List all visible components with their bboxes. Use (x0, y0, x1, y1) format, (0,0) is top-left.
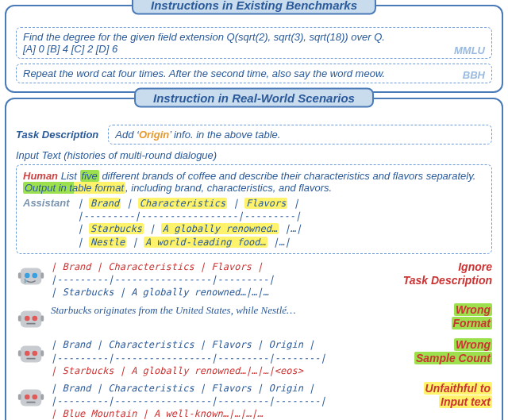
o3l1: | Brand | Characteristics | Flavors | Or… (51, 338, 384, 351)
panel-real-world: Instruction in Real-World Scenarios Task… (5, 98, 503, 420)
out4: | Brand | Characteristics | Flavors | Or… (51, 382, 384, 420)
output-row-3: | Brand | Characteristics | Flavors | Or… (16, 338, 492, 377)
out3: | Brand | Characteristics | Flavors | Or… (51, 338, 384, 377)
svg-rect-10 (26, 323, 35, 325)
o4s: |---------|-----------------|---------|-… (51, 395, 384, 407)
svg-rect-6 (18, 316, 21, 322)
td-origin: Origin (139, 129, 169, 141)
svg-point-20 (25, 395, 30, 400)
svg-point-4 (32, 272, 37, 278)
svg-rect-19 (40, 394, 44, 400)
robot-icon (16, 338, 46, 368)
bench-tag-mmlu: MMLU (454, 44, 485, 56)
svg-rect-5 (21, 311, 42, 328)
it-label: Input Text (16, 149, 61, 161)
svg-point-9 (32, 316, 37, 322)
o1l1: | Brand | Characteristics | Flavors | (51, 260, 384, 273)
robot-icon (16, 260, 46, 291)
input-text-label: Input Text (histories of multi-round dia… (16, 149, 492, 161)
err3: Wrong Sample Count (389, 338, 492, 365)
e2a: Wrong (454, 303, 492, 316)
bench-bbh: Repeat the word cat four times. After th… (16, 64, 492, 83)
human-label: Human (23, 170, 58, 182)
p: | (78, 198, 83, 209)
assist-table: | Brand | Characteristics | Flavors | |-… (78, 197, 302, 249)
h-brand: Brand (89, 198, 121, 209)
svg-rect-2 (40, 272, 44, 279)
svg-point-14 (25, 351, 30, 356)
task-desc-row: Task Description Add ‘Origin’ info. in t… (16, 125, 492, 144)
bench-mmlu: Find the degree for the given field exte… (16, 27, 492, 59)
td-post: ’ info. in the above table. (169, 129, 280, 141)
svg-rect-13 (40, 351, 44, 357)
robot-icon (16, 382, 46, 412)
p: | (233, 198, 238, 209)
svg-rect-16 (26, 358, 35, 360)
bench-mmlu-opts: [A] 0 [B] 4 [C] 2 [D] 6 (23, 43, 485, 55)
ht1: List (58, 170, 79, 182)
err1: Ignore Task Description (389, 260, 492, 287)
svg-point-3 (25, 272, 30, 278)
p: | (294, 198, 299, 209)
o3s: |---------|-----------------|---------|-… (51, 352, 384, 364)
panel-existing-benchmarks: Instructions in Existing Benchmarks Find… (5, 5, 503, 93)
c-star: Starbucks (89, 223, 144, 234)
o4l2: | Blue Mountain | A well-known…|…|…|… (51, 407, 384, 420)
ht2: different brands of coffee and describe … (99, 170, 476, 182)
p: | (78, 237, 83, 248)
bench-bbh-q: Repeat the word cat four times. After th… (23, 67, 485, 79)
e1a: Ignore (389, 260, 492, 274)
svg-rect-11 (21, 346, 42, 363)
robot-icon (16, 303, 46, 333)
e1b: Task Description (389, 274, 492, 287)
bench-tag-bbh: BBH (463, 69, 485, 81)
e4b: Input text (439, 395, 492, 408)
c-nest: Nestle (89, 237, 126, 248)
task-desc-box: Add ‘Origin’ info. in the above table. (108, 125, 492, 144)
dialog-box: Human List five different brands of coff… (16, 164, 492, 254)
it-note: (histories of multi-round dialogue) (61, 149, 217, 161)
svg-rect-22 (26, 402, 35, 403)
svg-point-8 (25, 316, 30, 322)
svg-rect-17 (21, 389, 42, 406)
sep: |---------|-----------------|---------| (78, 210, 302, 222)
p: | (78, 223, 83, 234)
task-desc-label: Task Description (16, 129, 98, 141)
output-row-4: | Brand | Characteristics | Flavors | Or… (16, 382, 492, 420)
out2: Starbucks originates from the United Sta… (51, 303, 384, 318)
h-flav: Flavors (244, 198, 288, 209)
c-glob: A globally renowned… (161, 223, 279, 234)
e3b: Sample Count (414, 352, 492, 364)
err2: Wrong Format (389, 303, 492, 330)
bench-mmlu-q: Find the degree for the given field exte… (23, 31, 485, 43)
p: |…| (273, 237, 291, 248)
o3l2: | Starbucks | A globally renowned…|…|…|<… (51, 364, 384, 377)
err4: Unfaithful to Input text (389, 382, 492, 409)
td-pre: Add ‘ (115, 129, 139, 141)
o4l1: | Brand | Characteristics | Flavors | Or… (51, 382, 384, 395)
h-fmt: Output in table format (23, 182, 125, 194)
p: | (149, 223, 155, 234)
panel1-title: Instructions in Existing Benchmarks (132, 0, 376, 15)
ht3: , including brand, characteristics, and … (125, 182, 332, 194)
svg-rect-12 (18, 351, 21, 357)
svg-rect-1 (18, 272, 21, 279)
out1: | Brand | Characteristics | Flavors | |-… (51, 260, 384, 299)
p: |…| (284, 223, 302, 234)
h-char: Characteristics (138, 198, 227, 209)
o1l2: | Starbucks | A globally renowned…|…|… (51, 286, 384, 299)
panel2-title: Instruction in Real-World Scenarios (134, 88, 374, 108)
p: | (133, 237, 138, 248)
h-five: five (80, 170, 99, 182)
c-world: A world-leading food… (144, 237, 267, 248)
e4a: Unfaithful to (424, 382, 492, 395)
e2b: Format (452, 317, 492, 329)
e3a: Wrong (454, 338, 492, 351)
o1s: |---------|-----------------|---------| (51, 273, 384, 286)
assist-label: Assistant (23, 197, 70, 249)
svg-rect-18 (18, 394, 21, 400)
human-turn: Human List five different brands of coff… (23, 170, 485, 194)
output-row-2: Starbucks originates from the United Sta… (16, 303, 492, 333)
svg-point-15 (32, 351, 37, 356)
svg-rect-7 (40, 316, 44, 322)
